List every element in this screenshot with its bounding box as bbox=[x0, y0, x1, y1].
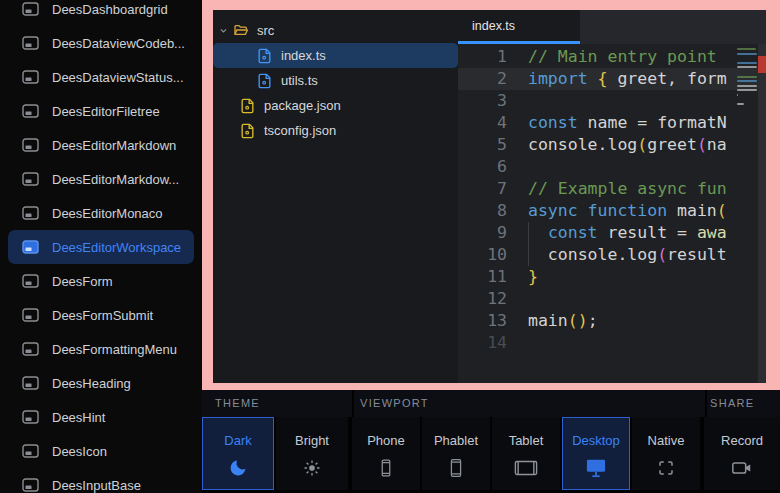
line-number: 14 bbox=[458, 332, 507, 354]
sidebar-item[interactable]: DeesInputBase bbox=[0, 468, 202, 493]
button-label: Tablet bbox=[509, 433, 544, 448]
sidebar-item-label: DeesHeading bbox=[52, 376, 131, 391]
phablet-button[interactable]: Phablet bbox=[422, 417, 490, 490]
phone-icon bbox=[376, 457, 396, 479]
sidebar-item[interactable]: DeesIcon bbox=[0, 434, 202, 468]
line-number: 8 bbox=[458, 200, 507, 222]
component-window-icon bbox=[22, 240, 39, 254]
sun-icon bbox=[302, 457, 322, 479]
tree-item-label: package.json bbox=[264, 98, 341, 113]
code-line[interactable]: 7// Example async fun bbox=[458, 178, 766, 200]
component-window-icon bbox=[22, 274, 39, 288]
minimap-line bbox=[737, 62, 757, 64]
tree-item[interactable]: utils.ts bbox=[213, 68, 458, 93]
sidebar-item[interactable]: DeesEditorFiletree bbox=[0, 94, 202, 128]
minimap-line bbox=[737, 53, 757, 55]
sidebar-item[interactable]: DeesEditorMarkdow... bbox=[0, 162, 202, 196]
code-line[interactable]: 4const name = formatN bbox=[458, 112, 766, 134]
line-text: console.log(greet(na bbox=[507, 135, 727, 154]
editor-tab-bar: index.ts bbox=[458, 10, 766, 44]
tree-item[interactable]: src bbox=[213, 18, 458, 43]
sidebar-item[interactable]: DeesForm bbox=[0, 264, 202, 298]
record-button[interactable]: Record bbox=[704, 417, 780, 490]
code-line[interactable]: 9 const result = awa bbox=[458, 222, 766, 244]
minimap-line bbox=[737, 94, 738, 96]
code-line[interactable]: 13main(); bbox=[458, 310, 766, 332]
tab-label: index.ts bbox=[472, 19, 515, 33]
line-number: 13 bbox=[458, 310, 507, 332]
tree-item[interactable]: index.ts bbox=[213, 43, 458, 68]
sidebar-item[interactable]: DeesDataviewStatus... bbox=[0, 60, 202, 94]
line-text: async function main( bbox=[507, 201, 727, 220]
tree-item[interactable]: package.json bbox=[213, 93, 458, 118]
button-label: Desktop bbox=[572, 433, 620, 448]
folder-open-icon bbox=[233, 23, 249, 39]
toolbar-section-label: SHARE bbox=[710, 397, 754, 409]
sidebar-item-label: DeesHint bbox=[52, 410, 105, 425]
editor-scrollbar[interactable] bbox=[758, 44, 766, 383]
component-window-icon bbox=[22, 36, 39, 50]
line-number: 7 bbox=[458, 178, 507, 200]
code-line[interactable]: 10 console.log(result bbox=[458, 244, 766, 266]
line-text: const name = formatN bbox=[507, 113, 727, 132]
button-label: Dark bbox=[224, 433, 251, 448]
sidebar-item[interactable]: DeesFormSubmit bbox=[0, 298, 202, 332]
button-label: Phone bbox=[367, 433, 405, 448]
tree-item[interactable]: tsconfig.json bbox=[213, 118, 458, 143]
component-window-icon bbox=[22, 376, 39, 390]
code-line[interactable]: 2import { greet, form bbox=[458, 68, 766, 90]
sidebar-item-label: DeesDataviewStatus... bbox=[52, 70, 184, 85]
native-button[interactable]: Native bbox=[632, 417, 700, 490]
tree-item-label: src bbox=[257, 23, 274, 38]
code-line[interactable]: 1// Main entry point bbox=[458, 46, 766, 68]
sidebar-item[interactable]: DeesHint bbox=[0, 400, 202, 434]
bright-button[interactable]: Bright bbox=[276, 417, 348, 490]
component-window-icon bbox=[22, 478, 39, 492]
line-number: 10 bbox=[458, 244, 507, 266]
desktop-icon bbox=[585, 457, 607, 479]
code-line[interactable]: 14 bbox=[458, 332, 766, 354]
component-window-icon bbox=[22, 104, 39, 118]
code-line[interactable]: 8async function main( bbox=[458, 200, 766, 222]
desktop-button[interactable]: Desktop bbox=[562, 417, 630, 490]
json-file-icon bbox=[240, 123, 256, 139]
line-number: 6 bbox=[458, 156, 507, 178]
minimap[interactable] bbox=[735, 44, 758, 383]
component-window-icon bbox=[22, 342, 39, 356]
code-line[interactable]: 12 bbox=[458, 288, 766, 310]
file-tree-panel: src index.ts utils.ts package.json tscon… bbox=[213, 10, 458, 383]
component-sidebar: DeesDashboardgrid DeesDataviewCodeb... D… bbox=[0, 0, 202, 493]
sidebar-item[interactable]: DeesDashboardgrid bbox=[0, 0, 202, 26]
sidebar-item[interactable]: DeesEditorMonaco bbox=[0, 196, 202, 230]
tree-item-label: utils.ts bbox=[281, 73, 318, 88]
code-line[interactable]: 6 bbox=[458, 156, 766, 178]
section-divider bbox=[352, 390, 354, 417]
tablet-button[interactable]: Tablet bbox=[492, 417, 560, 490]
sidebar-item[interactable]: DeesEditorMarkdown bbox=[0, 128, 202, 162]
minimap-line bbox=[737, 76, 757, 78]
sidebar-item-label: DeesEditorFiletree bbox=[52, 104, 160, 119]
sidebar-item[interactable]: DeesDataviewCodeb... bbox=[0, 26, 202, 60]
line-number: 2 bbox=[458, 68, 507, 90]
code-line[interactable]: 3 bbox=[458, 90, 766, 112]
component-window-icon bbox=[22, 2, 39, 16]
tab-index-ts[interactable]: index.ts bbox=[458, 10, 580, 44]
line-number: 11 bbox=[458, 266, 507, 288]
dark-button[interactable]: Dark bbox=[202, 417, 274, 490]
overview-ruler-marker bbox=[758, 56, 766, 73]
minimap-line bbox=[737, 66, 757, 68]
chevron-down-icon bbox=[218, 26, 229, 35]
code-line[interactable]: 5console.log(greet(na bbox=[458, 134, 766, 156]
sidebar-item[interactable]: DeesFormattingMenu bbox=[0, 332, 202, 366]
button-label: Native bbox=[648, 433, 685, 448]
code-area[interactable]: 1// Main entry point2import { greet, for… bbox=[458, 44, 766, 383]
sidebar-item[interactable]: DeesHeading bbox=[0, 366, 202, 400]
moon-icon bbox=[228, 457, 248, 479]
code-line[interactable]: 11} bbox=[458, 266, 766, 288]
sidebar-item[interactable]: DeesEditorWorkspace bbox=[8, 230, 194, 264]
phone-button[interactable]: Phone bbox=[352, 417, 420, 490]
record-camera-icon bbox=[731, 457, 753, 479]
line-number: 12 bbox=[458, 288, 507, 310]
line-number: 3 bbox=[458, 90, 507, 112]
tree-item-label: index.ts bbox=[281, 48, 326, 63]
